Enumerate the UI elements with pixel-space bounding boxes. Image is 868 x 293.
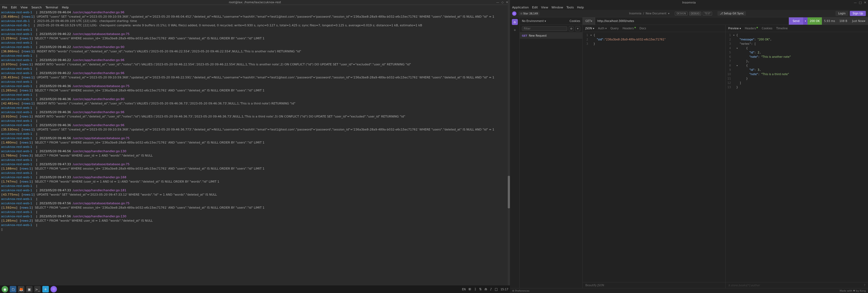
filter-help-icon[interactable]: ? bbox=[864, 284, 865, 287]
close-icon[interactable]: ✕ bbox=[864, 1, 866, 4]
menu-terminal[interactable]: Terminal bbox=[45, 6, 58, 9]
breadcrumb: Insomnia / New Document ▾ bbox=[629, 12, 670, 15]
insomnia-window: Insomnia — □ ✕ Application Edit View Win… bbox=[510, 0, 868, 293]
status-size: 108 B bbox=[837, 17, 849, 25]
files-icon[interactable]: 🗀 bbox=[10, 286, 16, 292]
insomnia-titlebar[interactable]: Insomnia — □ ✕ bbox=[510, 0, 868, 5]
terminal-output[interactable]: accuknox-rest-web-1 | 2023/05/20 09:46:0… bbox=[0, 10, 510, 293]
maximize-icon[interactable]: ◇ bbox=[501, 1, 503, 4]
insomnia-statusbar: ⚙ Preferences Made with ♥ by Kong bbox=[510, 288, 868, 293]
minimize-icon[interactable]: — bbox=[496, 1, 499, 4]
send-button[interactable]: Send bbox=[789, 17, 803, 25]
menu-edit[interactable]: Edit bbox=[11, 6, 17, 9]
beautify-button[interactable]: Beautify JSON bbox=[583, 282, 725, 288]
wifi-icon[interactable]: ⋒ bbox=[485, 287, 487, 291]
status-code: 200 OK bbox=[807, 17, 822, 25]
telegram-icon[interactable]: ✈ bbox=[42, 286, 49, 292]
insomnia-menubar: Application Edit View Window Tools Help bbox=[510, 5, 868, 10]
history-dropdown[interactable]: Just Now ▾ bbox=[849, 17, 868, 25]
menu-edit[interactable]: Edit bbox=[532, 6, 538, 9]
minimize-icon[interactable]: — bbox=[854, 1, 857, 4]
send-dropdown[interactable]: ▾ bbox=[803, 17, 807, 25]
status-time: 5.93 ms bbox=[822, 17, 837, 25]
terminal-icon[interactable]: ▣ bbox=[26, 286, 33, 292]
shield-icon[interactable]: ⛨ bbox=[468, 287, 472, 291]
volume-icon[interactable]: ♪ bbox=[490, 287, 492, 291]
lang-indicator[interactable]: EN bbox=[462, 288, 466, 291]
url-input[interactable]: http://localhost:3000/notes bbox=[595, 17, 789, 25]
menu-help[interactable]: Help bbox=[62, 6, 69, 9]
chevron-down-icon[interactable]: ▾ bbox=[575, 26, 580, 31]
tab-res-headers[interactable]: Headers bbox=[745, 27, 758, 30]
url-bar: GET ▾ http://localhost:3000/notes Send ▾… bbox=[583, 17, 868, 25]
tab-timeline[interactable]: Timeline bbox=[776, 27, 788, 30]
sidebar: No Environment ▾ Cookies ⊕ ▾ GET New Req… bbox=[520, 17, 583, 288]
insomnia-logo-icon[interactable] bbox=[512, 11, 517, 16]
star-button[interactable]: ☆ Star 28,149 bbox=[519, 12, 539, 16]
clock[interactable]: 15:17 bbox=[500, 288, 508, 291]
tab-design[interactable]: DESIGN bbox=[675, 12, 688, 16]
request-body-editor[interactable]: 1▾ { 2 "sid":"236a3be8-28a9-489a-b032-e6… bbox=[583, 32, 725, 282]
terminal-menubar: File Edit View Search Terminal Help bbox=[0, 5, 510, 10]
maximize-icon[interactable]: □ bbox=[859, 1, 862, 4]
taskbar: ◉ 🗀 🦊 ▣ >_ ✈ EN ⛨ ᛒ ⇅ ⋒ ♪ □ 15:17 bbox=[0, 285, 510, 293]
terminal2-icon[interactable]: >_ bbox=[34, 286, 41, 292]
response-pane: Preview ▾ Headers Cookies Timeline 1▾ { … bbox=[725, 25, 868, 288]
method-dropdown[interactable]: GET ▾ bbox=[583, 17, 595, 25]
preferences-link[interactable]: Preferences bbox=[515, 290, 529, 292]
cookies-button[interactable]: Cookies bbox=[569, 20, 580, 23]
terminal-window: root@lax: /home/lax/accuknox-rest — ◇ ✕ … bbox=[0, 0, 510, 293]
add-workspace-icon[interactable]: ＋ bbox=[513, 28, 517, 33]
tab-body[interactable]: JSON ▾ bbox=[585, 27, 594, 30]
terminal-titlebar[interactable]: root@lax: /home/lax/accuknox-rest — ◇ ✕ bbox=[0, 0, 510, 5]
filter-input[interactable] bbox=[522, 26, 567, 31]
menu-application[interactable]: Application bbox=[512, 6, 529, 9]
tab-preview[interactable]: Preview ▾ bbox=[728, 27, 741, 30]
menu-view[interactable]: View bbox=[21, 6, 28, 9]
battery-icon[interactable]: □ bbox=[495, 287, 498, 291]
document-name[interactable]: New Document bbox=[646, 12, 666, 15]
menu-view[interactable]: View bbox=[541, 6, 548, 9]
menu-file[interactable]: File bbox=[2, 6, 7, 9]
menu-search[interactable]: Search bbox=[31, 6, 42, 9]
tab-auth[interactable]: Auth ▾ bbox=[598, 27, 607, 30]
signup-button[interactable]: Sign Up bbox=[850, 11, 866, 16]
response-body-viewer[interactable]: 1▾ { 2 "message": "200 OK", 3 "notes": [… bbox=[725, 32, 868, 282]
git-sync-button[interactable]: ⎇ Setup Git Sync bbox=[717, 11, 746, 16]
workspace-name[interactable]: Insomnia bbox=[629, 12, 642, 15]
made-by: Made with ♥ by Kong bbox=[839, 290, 866, 292]
tab-test[interactable]: TEST bbox=[703, 12, 712, 16]
request-name: New Request bbox=[529, 34, 547, 37]
tab-debug[interactable]: DEBUG bbox=[689, 12, 701, 16]
tab-query[interactable]: Query bbox=[611, 27, 619, 30]
chevron-down-icon[interactable]: ▾ bbox=[668, 12, 670, 15]
login-button[interactable]: Login bbox=[835, 11, 848, 16]
left-rail: ⌂ ＋ bbox=[510, 17, 520, 288]
menu-help[interactable]: Help bbox=[577, 6, 584, 9]
response-filter-input[interactable]: $.store.books[*].author bbox=[728, 284, 760, 287]
request-pane: JSON ▾ Auth ▾ Query Headers Docs 1▾ { 2 … bbox=[583, 25, 725, 288]
menu-icon[interactable]: ◉ bbox=[2, 286, 8, 292]
home-icon[interactable]: ⌂ bbox=[512, 19, 518, 25]
insomnia-topbar: ☆ Star 28,149 Insomnia / New Document ▾ … bbox=[510, 10, 868, 17]
environment-dropdown[interactable]: No Environment ▾ bbox=[522, 20, 567, 23]
scrollbar-thumb[interactable] bbox=[508, 176, 510, 208]
request-item[interactable]: GET New Request bbox=[520, 33, 582, 39]
insomnia-title: Insomnia bbox=[682, 1, 696, 4]
terminal-scrollbar[interactable] bbox=[508, 0, 510, 293]
plus-circle-icon[interactable]: ⊕ bbox=[569, 26, 574, 31]
gear-icon[interactable]: ⚙ bbox=[512, 290, 514, 292]
tab-res-cookies[interactable]: Cookies bbox=[762, 27, 772, 30]
tab-docs[interactable]: Docs bbox=[640, 27, 646, 30]
bluetooth-icon[interactable]: ᛒ bbox=[474, 287, 476, 291]
firefox-icon[interactable]: 🦊 bbox=[18, 286, 24, 292]
terminal-title: root@lax: /home/lax/accuknox-rest bbox=[229, 1, 281, 4]
menu-window[interactable]: Window bbox=[552, 6, 563, 9]
method-tag: GET bbox=[522, 34, 527, 37]
insomnia-icon[interactable] bbox=[51, 286, 57, 292]
menu-tools[interactable]: Tools bbox=[566, 6, 574, 9]
tab-headers[interactable]: Headers bbox=[622, 27, 636, 30]
network-icon[interactable]: ⇅ bbox=[479, 287, 482, 291]
